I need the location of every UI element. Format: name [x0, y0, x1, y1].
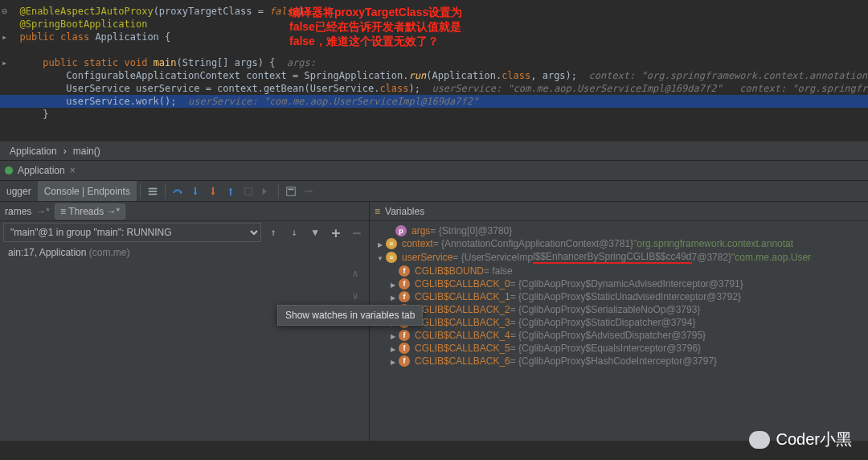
debug-body: rames→* ≡ Threads →* "main"@1 in group "…	[0, 202, 868, 441]
expand-icon[interactable]	[376, 238, 384, 249]
field-icon: f	[399, 355, 410, 367]
svg-rect-2	[149, 193, 158, 195]
evaluate-icon[interactable]	[285, 186, 297, 197]
object-icon: ≡	[386, 238, 397, 249]
svg-point-8	[310, 190, 313, 192]
variables-header: ≡ Variables	[370, 202, 868, 221]
debug-tab-label[interactable]: Application	[18, 165, 65, 176]
variable-row[interactable]: ≡ context = {AnnotationConfigApplication…	[370, 237, 868, 250]
filter-icon[interactable]: ▼	[306, 224, 324, 241]
expand-icon[interactable]	[389, 343, 397, 354]
field-icon: f	[399, 265, 410, 277]
up-icon[interactable]: ∧	[346, 265, 364, 282]
tab-debugger[interactable]: ugger	[0, 181, 38, 201]
svg-rect-0	[149, 187, 158, 189]
debugger-toolbar: ugger Console | Endpoints	[0, 181, 868, 202]
expand-icon[interactable]	[389, 330, 397, 341]
thread-select[interactable]: "main"@1 in group "main": RUNNING	[3, 223, 261, 242]
code-line[interactable]: UserService userService = context.getBea…	[0, 82, 868, 95]
next-frame-icon[interactable]: ↓	[285, 224, 303, 241]
close-icon[interactable]: ×	[70, 165, 76, 176]
variable-row[interactable]: f CGLIB$CALLBACK_3 = {CglibAopProxy$Stat…	[370, 316, 868, 329]
svg-point-7	[308, 190, 310, 192]
code-line-highlighted[interactable]: userService.work(); userService: "com.me…	[0, 95, 868, 108]
variable-row[interactable]: f CGLIB$CALLBACK_2 = {CglibAopProxy$Seri…	[370, 303, 868, 316]
variable-row[interactable]: f CGLIB$CALLBACK_1 = {CglibAopProxy$Stat…	[370, 290, 868, 303]
svg-rect-1	[149, 191, 158, 192]
code-line[interactable]: ▸ public static void main(String[] args)…	[0, 56, 868, 69]
remove-icon[interactable]: −	[348, 224, 366, 241]
variables-title: Variables	[385, 206, 424, 217]
code-line[interactable]: ConfigurableApplicationContext context =…	[0, 69, 868, 82]
variable-row[interactable]: ≡ userService = {UserServiceImpl$$Enhanc…	[370, 250, 868, 265]
overlay-annotation: 编译器将proxyTargetClass设置为 false已经在告诉开发者默认值…	[289, 5, 462, 48]
drop-frame-icon[interactable]	[243, 186, 254, 197]
param-icon: p	[395, 225, 407, 236]
collapse-icon[interactable]	[376, 252, 384, 263]
tooltip: Show watches in variables tab	[277, 305, 423, 326]
editor-area[interactable]: ⊖ @EnableAspectJAutoProxy(proxyTargetCla…	[0, 0, 868, 141]
breadcrumb-item[interactable]: main()	[73, 146, 100, 157]
wechat-icon	[749, 431, 770, 449]
trace-icon[interactable]	[303, 186, 314, 197]
thread-selector-row: "main"@1 in group "main": RUNNING ↑ ↓ ▼ …	[0, 221, 369, 244]
variable-row[interactable]: f CGLIB$CALLBACK_0 = {CglibAopProxy$Dyna…	[370, 277, 868, 290]
field-icon: f	[399, 291, 410, 302]
prev-frame-icon[interactable]: ↑	[264, 224, 282, 241]
svg-rect-4	[287, 187, 296, 195]
step-out-icon[interactable]	[225, 186, 236, 197]
run-config-icon	[5, 166, 13, 175]
svg-rect-5	[288, 188, 293, 190]
force-step-into-icon[interactable]	[207, 186, 219, 197]
breadcrumb-separator: ›	[63, 146, 67, 157]
expand-icon[interactable]	[389, 278, 397, 290]
debug-run-tab-bar[interactable]: Application ×	[0, 160, 868, 181]
expand-icon[interactable]	[389, 355, 397, 367]
threads-toggle[interactable]: ≡ Threads →*	[55, 203, 125, 220]
step-into-icon[interactable]	[190, 186, 201, 197]
field-icon: f	[399, 343, 410, 354]
expand-icon[interactable]	[389, 291, 397, 302]
field-icon: f	[399, 330, 410, 341]
tab-console[interactable]: Console | Endpoints	[38, 181, 137, 201]
code-line[interactable]: }	[0, 108, 868, 121]
svg-rect-3	[245, 187, 252, 195]
settings-icon[interactable]	[147, 186, 158, 197]
breadcrumb-item[interactable]: Application	[10, 146, 57, 157]
field-icon: f	[399, 278, 410, 290]
variable-row[interactable]: f CGLIB$CALLBACK_5 = {CglibAopProxy$Equa…	[370, 342, 868, 355]
stack-frame[interactable]: ain:17, Application (com.me)	[0, 244, 369, 261]
variable-row[interactable]: p args = {String[0]@3780}	[370, 224, 868, 237]
variable-row[interactable]: f CGLIB$CALLBACK_4 = {CglibAopProxy$Advi…	[370, 329, 868, 342]
add-icon[interactable]: +	[327, 224, 345, 241]
variable-row[interactable]: f CGLIB$CALLBACK_6 = {CglibAopProxy$Hash…	[370, 355, 868, 368]
watermark: Coder小黑	[749, 429, 852, 450]
down-icon[interactable]: ∨	[346, 287, 364, 305]
frames-header: rames→* ≡ Threads →*	[0, 202, 369, 221]
object-icon: ≡	[386, 252, 397, 263]
step-over-icon[interactable]	[172, 186, 183, 197]
variables-pane: ≡ Variables p args = {String[0]@3780} ≡ …	[370, 202, 868, 441]
breadcrumb[interactable]: Application › main()	[0, 141, 868, 160]
run-to-cursor-icon[interactable]	[260, 186, 272, 197]
svg-point-6	[305, 190, 307, 192]
variable-row[interactable]: f CGLIB$BOUND = false	[370, 265, 868, 277]
